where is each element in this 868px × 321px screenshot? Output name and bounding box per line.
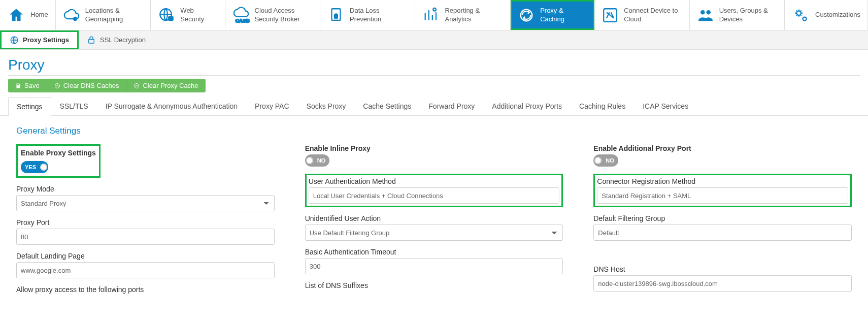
inline-proxy-label: Enable Inline Proxy xyxy=(305,144,563,152)
svg-point-12 xyxy=(803,17,807,20)
default-group-input[interactable] xyxy=(593,224,852,241)
toggle-value: NO xyxy=(603,157,617,164)
svg-rect-2 xyxy=(169,16,173,20)
inline-proxy-toggle[interactable]: NO xyxy=(305,154,330,167)
unidentified-label: Unidentified User Action xyxy=(305,214,563,222)
dns-host-label: DNS Host xyxy=(593,265,852,273)
svg-point-0 xyxy=(74,17,77,20)
tab-cache-settings[interactable]: Cache Settings xyxy=(354,97,420,115)
clear-proxy-cache-button[interactable]: Clear Proxy Cache xyxy=(126,79,205,92)
connector-reg-label: Connector Registration Method xyxy=(597,177,848,185)
basic-auth-input[interactable] xyxy=(305,258,563,274)
gears-icon xyxy=(792,6,810,24)
nav-dlp[interactable]: Data Loss Prevention xyxy=(320,0,415,30)
default-group-label: Default Filtering Group xyxy=(593,214,852,222)
nav-label: Connect Device to Cloud xyxy=(624,7,682,23)
nav-label: Customizations xyxy=(815,11,860,19)
enable-proxy-toggle[interactable]: YES xyxy=(21,161,48,173)
svg-rect-14 xyxy=(89,39,94,43)
toggle-knob xyxy=(40,164,47,171)
settings-col-1: Enable Proxy Settings YES Proxy Mode Sta… xyxy=(16,144,275,301)
nav-label: Users, Groups & Devices xyxy=(719,7,777,23)
tab-proxy-pac[interactable]: Proxy PAC xyxy=(246,97,297,115)
nav-label: Locations & Geomapping xyxy=(85,7,143,23)
analytics-icon xyxy=(422,6,440,24)
cloud-pin-icon xyxy=(63,6,80,24)
tab-caching-rules[interactable]: Caching Rules xyxy=(571,97,634,115)
toggle-knob xyxy=(594,157,602,164)
save-label: Save xyxy=(24,82,40,89)
casb-icon: CASB xyxy=(232,6,250,24)
additional-port-label: Enable Additional Proxy Port xyxy=(593,144,852,152)
sub-nav-bar: Proxy Settings SSL Decryption xyxy=(0,30,868,50)
nav-home[interactable]: Home xyxy=(0,0,56,30)
proxy-port-label: Proxy Port xyxy=(16,218,275,227)
clear-proxy-label: Clear Proxy Cache xyxy=(143,82,198,89)
nav-casb[interactable]: CASB Cloud Access Security Broker xyxy=(225,0,320,30)
toggle-value: YES xyxy=(22,164,39,170)
proxy-mode-select[interactable]: Standard Proxy xyxy=(16,195,275,211)
toggle-knob xyxy=(306,157,313,164)
action-bar: Save Clear DNS Caches Clear Proxy Cache xyxy=(0,79,868,97)
tab-socks-proxy[interactable]: Socks Proxy xyxy=(298,97,355,115)
additional-port-toggle[interactable]: NO xyxy=(593,154,618,167)
nav-label: Home xyxy=(30,11,48,19)
tab-bar: Settings SSL/TLS IP Surrogate & Anonymou… xyxy=(0,97,868,116)
nav-customizations[interactable]: Customizations xyxy=(785,0,868,30)
svg-text:CASB: CASB xyxy=(235,18,249,23)
svg-point-6 xyxy=(433,8,437,11)
nav-label: Data Loss Prevention xyxy=(350,7,408,23)
minus-circle-icon xyxy=(133,83,140,89)
auth-method-value[interactable] xyxy=(309,187,560,204)
svg-point-9 xyxy=(700,10,705,14)
globe-refresh-icon xyxy=(518,6,535,24)
auth-method-highlight: User Authentication Method xyxy=(305,174,563,207)
nav-locations[interactable]: Locations & Geomapping xyxy=(56,0,151,30)
landing-page-input[interactable] xyxy=(16,262,275,278)
ssl-icon xyxy=(87,36,96,45)
settings-col-3: Enable Additional Proxy Port NO Connecto… xyxy=(593,144,852,301)
tab-additional-ports[interactable]: Additional Proxy Ports xyxy=(483,97,571,115)
dns-host-input[interactable] xyxy=(593,275,852,292)
globe-icon xyxy=(10,36,19,45)
proxy-mode-label: Proxy Mode xyxy=(16,185,275,193)
top-nav-bar: Home Locations & Geomapping Web Security… xyxy=(0,0,868,30)
nav-proxy-caching[interactable]: Proxy & Caching xyxy=(511,0,594,30)
subnav-label: SSL Decryption xyxy=(100,36,146,44)
nav-connect-device[interactable]: Connect Device to Cloud xyxy=(594,0,689,30)
nav-web-security[interactable]: Web Security xyxy=(151,0,225,30)
clear-dns-label: Clear DNS Caches xyxy=(63,82,119,89)
svg-point-11 xyxy=(797,11,802,15)
unidentified-select[interactable]: Use Default Filtering Group xyxy=(305,224,563,241)
nav-users-groups[interactable]: Users, Groups & Devices xyxy=(690,0,785,30)
tab-settings[interactable]: Settings xyxy=(8,97,51,116)
shield-doc-icon xyxy=(327,6,345,24)
subnav-proxy-settings[interactable]: Proxy Settings xyxy=(0,30,79,49)
subnav-ssl-decryption[interactable]: SSL Decryption xyxy=(79,30,154,49)
tab-ssl-tls[interactable]: SSL/TLS xyxy=(51,97,97,115)
auth-method-label: User Authentication Method xyxy=(309,177,560,185)
save-button[interactable]: Save xyxy=(8,79,47,92)
enable-proxy-label: Enable Proxy Settings xyxy=(21,149,96,157)
toggle-value: NO xyxy=(314,157,329,164)
tab-forward-proxy[interactable]: Forward Proxy xyxy=(420,97,483,115)
subnav-label: Proxy Settings xyxy=(23,36,69,44)
connector-reg-value[interactable] xyxy=(597,187,848,204)
save-icon xyxy=(15,83,21,89)
tab-icap-services[interactable]: ICAP Services xyxy=(634,97,697,115)
settings-content: General Settings Enable Proxy Settings Y… xyxy=(0,116,868,311)
nav-label: Proxy & Caching xyxy=(540,7,587,23)
tab-ip-surrogate[interactable]: IP Surrogate & Anonymous Authentication xyxy=(97,97,246,115)
nav-reporting[interactable]: Reporting & Analytics xyxy=(415,0,510,30)
connector-reg-highlight: Connector Registration Method xyxy=(593,174,852,207)
proxy-port-input[interactable] xyxy=(16,229,275,245)
dns-suffix-label: List of DNS Suffixes xyxy=(305,281,563,290)
globe-lock-icon xyxy=(158,6,175,24)
nav-label: Web Security xyxy=(180,7,217,23)
connect-icon xyxy=(602,6,619,24)
svg-point-10 xyxy=(706,10,711,14)
section-title: General Settings xyxy=(16,126,852,136)
nav-label: Cloud Access Security Broker xyxy=(255,7,313,23)
landing-page-label: Default Landing Page xyxy=(16,252,275,260)
clear-dns-button[interactable]: Clear DNS Caches xyxy=(47,79,127,92)
